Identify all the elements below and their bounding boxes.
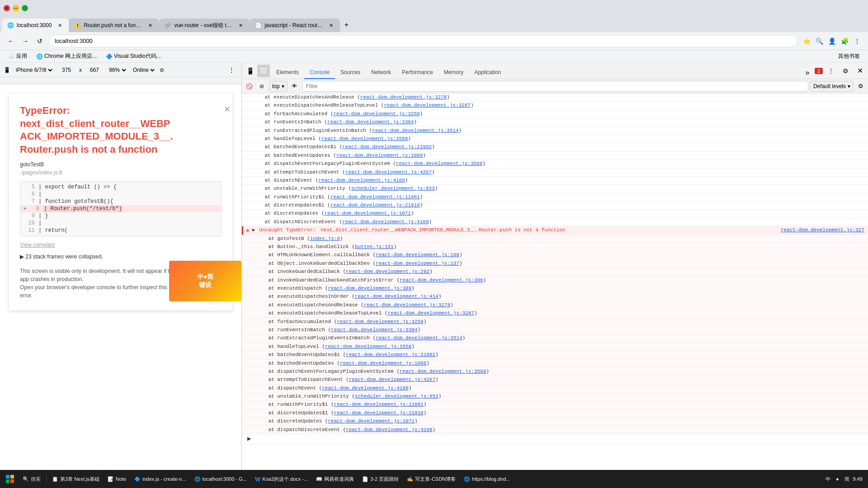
device-selector[interactable]: iPhone 6/7/8	[14, 66, 54, 74]
error-stack-invokeGuardedCallback: at invokeGuardedCallback (react-dom.deve…	[242, 268, 868, 276]
taskbar-item-icon: 📖	[316, 476, 322, 482]
zoom-selector[interactable]: 96%	[107, 66, 127, 74]
height-input[interactable]	[85, 67, 104, 73]
stack-entry-6: at handleTopLevel (react-dom.development…	[242, 135, 868, 143]
devtools-close-button[interactable]: ✕	[854, 65, 866, 77]
tab-vue-router[interactable]: 🔗 vue-router - vue报错 this.$rou... ✕	[159, 19, 250, 32]
expand-chevron[interactable]: ▶	[247, 435, 251, 442]
more-options-button[interactable]: ⋮	[852, 36, 863, 47]
tab-console[interactable]: Console	[304, 66, 335, 79]
taskbar-item-dict[interactable]: 📖 网易有道词典	[312, 471, 358, 487]
tab-sources[interactable]: Sources	[335, 66, 366, 79]
preserve-log-button[interactable]: ⊘	[256, 81, 267, 92]
taskbar-item-note[interactable]: 📝 Note	[104, 471, 130, 487]
svg-rect-2	[6, 479, 9, 483]
devtools-more-button[interactable]: ⋮	[825, 65, 837, 77]
tab-memory[interactable]: Memory	[439, 66, 469, 79]
stack-entry-5: at runExtractedPluginEventsInBatch (reac…	[242, 127, 868, 135]
bookmark-chrome-webstore[interactable]: 🌐Chrome 网上应用店...	[33, 52, 99, 61]
tab-localhost[interactable]: 🌐 localhost:3000 ✕	[2, 19, 69, 32]
tab-close-button[interactable]: ✕	[147, 22, 154, 29]
taskbar-item-indexjs[interactable]: 🔷 index.js - create-n...	[131, 471, 190, 487]
tab-router-push[interactable]: ⚠️ Router.push not a functiion_面... ✕	[69, 19, 159, 32]
context-label: top	[272, 83, 280, 89]
tab-elements[interactable]: Elements	[271, 66, 304, 79]
taskbar-item-page-jump[interactable]: 📄 3-2 页面跳转	[359, 471, 402, 487]
bookmark-vscode[interactable]: 🔷Visual Studio代码...	[103, 52, 164, 61]
error-close-button[interactable]: ✕	[224, 104, 231, 114]
error-location: gotoTestB	[20, 161, 222, 168]
other-bookmarks[interactable]: 其他书签	[835, 52, 863, 61]
back-button[interactable]: ←	[5, 36, 16, 47]
error-stack-executeDispatchesInOrder: at executeDispatchesInOrder (react-dom.d…	[242, 293, 868, 301]
extensions-button[interactable]: 🧩	[839, 36, 850, 47]
browser-actions: ⭐ 🔍 👤 🧩 ⋮	[801, 36, 863, 47]
profile-button[interactable]: 👤	[826, 36, 837, 47]
tab-close-button[interactable]: ✕	[237, 22, 244, 29]
more-tabs-button[interactable]: »	[801, 66, 814, 79]
level-selector[interactable]: Default levels ▾	[810, 81, 854, 92]
tab-favicon: 🌐	[7, 22, 14, 28]
minimize-button[interactable]: —	[13, 5, 19, 11]
tray-dot[interactable]: ●	[834, 474, 841, 483]
search-button[interactable]: 🔍	[814, 36, 825, 47]
svg-rect-1	[10, 475, 14, 479]
context-selector[interactable]: top ▾	[269, 81, 288, 92]
collapsed-frames[interactable]: 23 stack frames were collapsed.	[20, 253, 222, 260]
console-filter-input[interactable]	[302, 81, 808, 92]
forward-button[interactable]: →	[20, 36, 31, 47]
tab-close-button[interactable]: ✕	[328, 22, 335, 29]
devtools-settings-button[interactable]: ⚙	[839, 65, 852, 77]
error-icon: ⊗	[246, 227, 249, 235]
more-device-options[interactable]: ⋮	[225, 64, 238, 76]
tray-clock[interactable]: 9:49	[853, 476, 863, 482]
address-bar: ← → ↺ localhost:3000 ⭐ 🔍 👤 🧩 ⋮	[0, 32, 868, 50]
inspect-button[interactable]: ⬜	[257, 65, 270, 77]
tab-title: Router.push not a functiion_面...	[84, 22, 142, 29]
bookmarks-bar: ☁️应用 🌐Chrome 网上应用店... 🔷Visual Studio代码..…	[0, 50, 868, 63]
tab-application[interactable]: Application	[469, 66, 506, 79]
tray-ime[interactable]: 中	[824, 474, 832, 484]
tab-title: localhost:3000	[17, 22, 52, 28]
code-line-11: 11 | return(	[20, 227, 221, 234]
taskbar-item-csdn[interactable]: ✍️ 写文章-CSDN博客	[403, 471, 459, 487]
taskbar-item-label: Koa2的这个.docx -...	[262, 476, 308, 483]
expand-arrow[interactable]: ▶	[252, 227, 255, 233]
bookmark-star-button[interactable]: ⭐	[801, 36, 812, 47]
tab-network[interactable]: Network	[366, 66, 396, 79]
width-input[interactable]	[57, 67, 75, 73]
new-tab-button[interactable]: +	[340, 19, 353, 31]
tab-favicon: ⚠️	[74, 22, 81, 28]
device-toggle-button[interactable]: 📱	[244, 65, 256, 77]
taskbar-item-nextjs[interactable]: 📋 第3章 Next.js基础	[48, 471, 103, 487]
close-button[interactable]: ✕	[4, 5, 10, 11]
tab-performance[interactable]: Performance	[396, 66, 439, 79]
bookmark-apps[interactable]: ☁️应用	[5, 52, 30, 61]
clear-console-button[interactable]: 🚫	[244, 81, 255, 92]
error-stack-executeDispatch: at executeDispatch (react-dom.developmen…	[242, 285, 868, 293]
start-button[interactable]	[2, 471, 18, 487]
error-file-link[interactable]: react-dom.development.js:327	[781, 227, 864, 234]
taskbar-item-blog[interactable]: 🌐 https://blog.dnd...	[460, 471, 514, 487]
console-output[interactable]: at executeDispatchesAndRelease (react-do…	[242, 94, 868, 475]
taskbar-item-label: https://blog.dnd...	[472, 476, 510, 482]
refresh-button[interactable]: ↺	[34, 36, 45, 47]
error-title: TypeError: next_dist_client_router__WEBP…	[20, 104, 222, 156]
tab-react-router[interactable]: 📄 javascript - React router histo... ✕	[250, 19, 340, 32]
tray-simple[interactable]: 简	[843, 474, 851, 484]
console-settings-button[interactable]: ⚙	[855, 81, 866, 92]
maximize-button[interactable]: □	[22, 5, 28, 11]
taskbar-item-localhost[interactable]: 🌐 localhost:3000 - G...	[191, 471, 250, 487]
tab-close-button[interactable]: ✕	[56, 22, 63, 29]
error-stack-2-discreteUpdates1: at discreteUpdates$1 (react-dom.developm…	[242, 409, 868, 418]
taskbar-item-koa2[interactable]: W Koa2的这个.docx -...	[251, 471, 311, 487]
error-stack-2-forEachAccumulated: at forEachAccumulated (react-dom.develop…	[242, 318, 868, 326]
url-bar[interactable]: localhost:3000	[49, 35, 797, 47]
network-selector[interactable]: Online	[131, 66, 156, 74]
expand-row[interactable]: ▶	[242, 434, 868, 445]
eye-button[interactable]: 👁	[289, 81, 300, 92]
taskbar-search[interactable]: 🔍 搜索	[19, 471, 44, 487]
view-compiled-link[interactable]: View compiled	[20, 242, 222, 248]
error-stack-handleClick: at Button._this.handleClick (button.js:1…	[242, 243, 868, 251]
error-overlay-container: ✕ TypeError: next_dist_client_router__WE…	[0, 94, 241, 310]
